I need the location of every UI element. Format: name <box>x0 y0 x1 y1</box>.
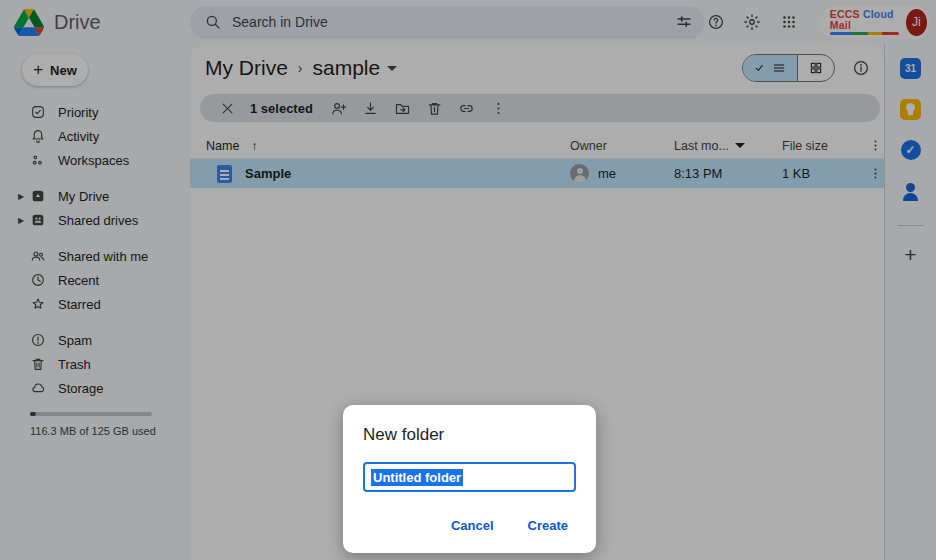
google-drive-app: Drive <box>0 0 936 560</box>
new-folder-dialog: New folder Untitled folder Cancel Create <box>343 405 596 553</box>
folder-name-input[interactable]: Untitled folder <box>363 462 576 492</box>
create-button[interactable]: Create <box>516 512 580 539</box>
cancel-button[interactable]: Cancel <box>439 512 506 539</box>
dialog-actions: Cancel Create <box>439 512 580 539</box>
selected-input-text: Untitled folder <box>371 469 463 486</box>
dialog-title: New folder <box>363 425 576 445</box>
